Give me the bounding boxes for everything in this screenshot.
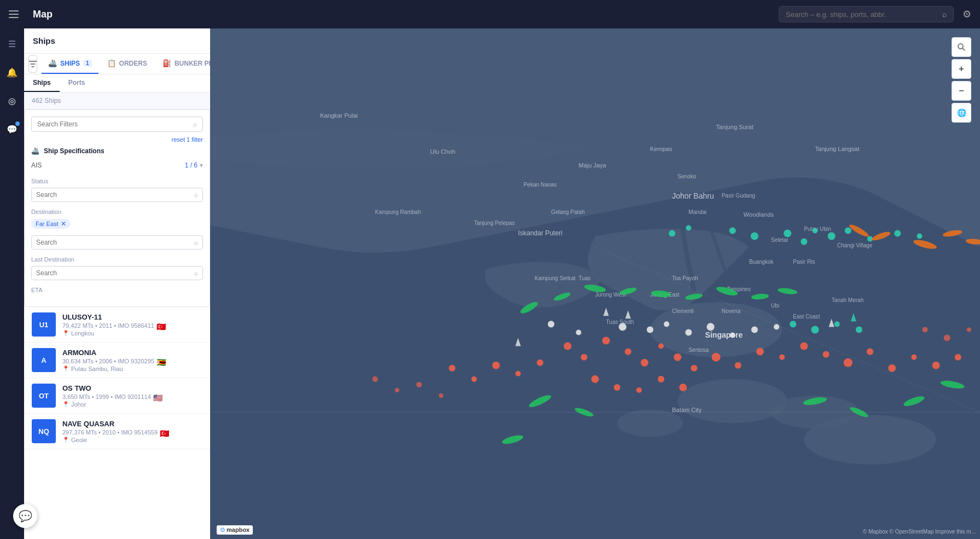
ship-meta: 30,634 MTs • 2006 • IMO 9320295 🇿🇼 <box>62 358 202 364</box>
list-item[interactable]: A ARMONIA 30,634 MTs • 2006 • IMO 932029… <box>24 343 210 378</box>
svg-point-45 <box>625 349 631 355</box>
last-destination-search-input[interactable] <box>36 269 190 277</box>
svg-text:Singapore: Singapore <box>705 331 743 339</box>
chat-button[interactable]: 💬 <box>13 504 37 528</box>
ship-location: 📍 Johor <box>62 401 202 408</box>
filters-panel: ⌕ reset 1 filter 🚢 Ship Specifications A… <box>24 109 210 307</box>
filter-search-bar[interactable]: ⌕ <box>31 117 203 132</box>
svg-text:Novena: Novena <box>722 308 741 314</box>
ship-name: OS TWO <box>62 384 202 392</box>
settings-icon[interactable]: ⚙ <box>962 8 971 20</box>
filter-search-input[interactable] <box>37 120 189 128</box>
filter-button[interactable] <box>28 55 37 73</box>
map-zoom-in-button[interactable]: + <box>952 59 971 79</box>
svg-text:Senoko: Senoko <box>677 173 696 179</box>
svg-text:Kampung Serkat: Kampung Serkat <box>535 275 576 281</box>
map-area[interactable]: Johor Bahru Iskandar Puteri Singapore Ba… <box>210 28 980 539</box>
list-tab-ships[interactable]: Ships <box>24 74 60 92</box>
svg-point-91 <box>669 230 675 237</box>
svg-point-125 <box>967 327 971 332</box>
mapbox-logo: ⊙ mapbox <box>217 525 253 535</box>
ship-avatar: A <box>32 348 56 372</box>
svg-point-50 <box>712 353 721 362</box>
svg-point-44 <box>602 337 610 344</box>
svg-point-86 <box>845 227 851 234</box>
map-globe-button[interactable]: 🌐 <box>952 103 971 123</box>
global-search-bar[interactable]: ⌕ <box>779 6 954 22</box>
svg-point-89 <box>751 233 758 240</box>
eta-label: ETA <box>31 287 203 293</box>
app-title: Map <box>33 9 770 20</box>
status-search-input-row[interactable]: ⌕ <box>31 188 203 202</box>
filter-section-last-destination: Last Destination ⌕ <box>31 256 203 280</box>
svg-point-3 <box>617 409 683 437</box>
tab-ships[interactable]: 🚢 SHIPS 1 <box>42 54 98 74</box>
global-search-input[interactable] <box>786 10 938 19</box>
svg-point-64 <box>636 387 642 393</box>
svg-point-73 <box>647 326 653 333</box>
svg-point-53 <box>779 355 785 360</box>
list-item[interactable]: NQ NAVE QUASAR 297,376 MTs • 2010 • IMO … <box>24 414 210 449</box>
hamburger-menu[interactable] <box>9 7 24 22</box>
status-search-input[interactable] <box>36 191 190 199</box>
svg-point-121 <box>416 382 422 387</box>
svg-text:Tanjung Pelepas: Tanjung Pelepas <box>474 220 514 226</box>
svg-text:Clementi: Clementi <box>672 308 694 314</box>
ship-name: ARMONIA <box>62 349 202 357</box>
svg-point-83 <box>801 239 807 245</box>
ais-row[interactable]: AIS 1 / 6 ▾ <box>31 159 203 171</box>
destination-search-input[interactable] <box>36 239 190 246</box>
tab-orders[interactable]: 📋 ORDERS <box>101 54 154 74</box>
svg-text:Ulu Choh: Ulu Choh <box>430 148 455 155</box>
svg-text:Johor Bahru: Johor Bahru <box>672 192 714 200</box>
sidebar-icon-chat[interactable]: 💬 <box>3 120 21 138</box>
svg-point-63 <box>614 384 621 391</box>
svg-text:Kampung Rambah: Kampung Rambah <box>375 209 421 215</box>
list-item[interactable]: OT OS TWO 3,650 MTs • 1999 • IMO 9201114… <box>24 378 210 414</box>
svg-text:Mandai: Mandai <box>688 209 706 215</box>
filter-reset-button[interactable]: reset 1 filter <box>31 136 203 143</box>
last-destination-search-input-row[interactable]: ⌕ <box>31 266 203 280</box>
svg-point-52 <box>756 348 764 356</box>
svg-text:Pasir Ris: Pasir Ris <box>793 259 815 265</box>
destination-label: Destination <box>31 208 203 215</box>
svg-text:Changi Village: Changi Village <box>837 242 873 248</box>
ship-flag: 🇿🇼 <box>156 358 165 364</box>
list-item[interactable]: U1 ULUSOY-11 79,422 MTs • 2011 • IMO 958… <box>24 307 210 343</box>
list-tab-ports[interactable]: Ports <box>60 74 94 92</box>
svg-point-120 <box>395 388 399 392</box>
svg-text:Kempas: Kempas <box>650 146 672 152</box>
svg-text:Pekan Nanas: Pekan Nanas <box>524 182 556 188</box>
svg-point-42 <box>564 343 571 350</box>
svg-text:Pasir Gudang: Pasir Gudang <box>722 193 755 199</box>
destination-tag-close[interactable]: ✕ <box>61 220 66 228</box>
tab-bunker-prices[interactable]: ⛽ BUNKER PRICES <box>156 54 210 74</box>
ship-meta: 297,376 MTs • 2010 • IMO 9514559 🇹🇷 <box>62 429 202 436</box>
svg-text:Tanjung Surat: Tanjung Surat <box>716 124 753 130</box>
svg-point-48 <box>674 353 681 361</box>
svg-point-59 <box>911 355 917 360</box>
filter-section-eta: ETA <box>31 287 203 293</box>
svg-point-47 <box>658 344 664 349</box>
ships-list-tabs: Ships Ports <box>24 74 210 92</box>
svg-point-90 <box>686 225 691 230</box>
svg-text:Sentosa: Sentosa <box>688 347 709 353</box>
map-zoom-out-button[interactable]: − <box>952 81 971 101</box>
filter-section-ship-specs: 🚢 Ship Specifications AIS 1 / 6 ▾ <box>31 147 203 171</box>
sidebar-icon-map[interactable]: ◎ <box>3 92 21 109</box>
destination-search-input-row[interactable]: ⌕ <box>31 235 203 250</box>
svg-point-123 <box>922 327 927 332</box>
svg-point-74 <box>664 321 669 327</box>
sidebar-icon-menu[interactable]: ☰ <box>3 35 21 53</box>
map-search-button[interactable] <box>952 37 971 57</box>
svg-text:Maju Jaya: Maju Jaya <box>578 162 606 169</box>
destination-search-icon: ⌕ <box>194 239 198 246</box>
svg-text:Tanjung Langsat: Tanjung Langsat <box>815 146 860 152</box>
svg-point-62 <box>591 375 599 383</box>
svg-point-2 <box>677 379 787 423</box>
sidebar-icon-notifications[interactable]: 🔔 <box>3 63 21 81</box>
svg-point-92 <box>894 230 901 237</box>
svg-point-79 <box>576 329 581 335</box>
svg-point-58 <box>888 364 896 372</box>
map-watermark: ⊙ mapbox <box>217 525 253 535</box>
